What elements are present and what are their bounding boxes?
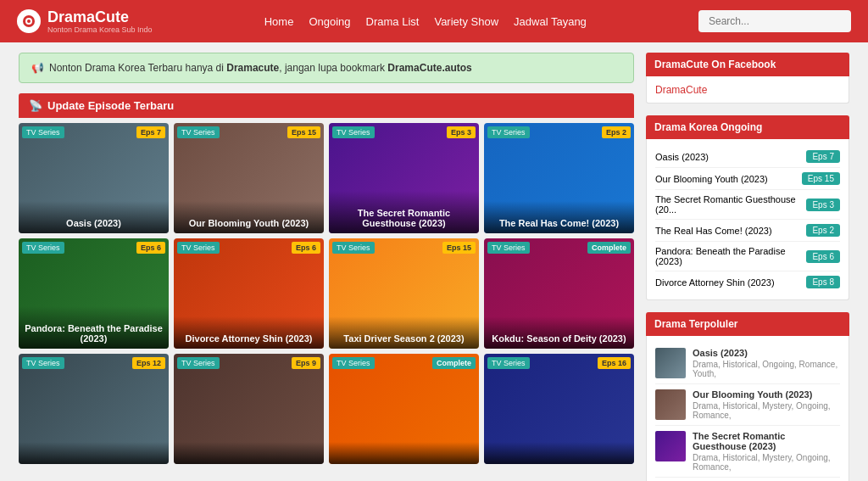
- nav-variety-show[interactable]: Variety Show: [434, 15, 498, 28]
- popular-section-header: Drama Terpoluler: [646, 312, 849, 336]
- logo[interactable]: DramaCute Nonton Drama Korea Sub Indo: [17, 8, 153, 34]
- facebook-section-body: DramaCute: [646, 76, 849, 103]
- drama-card-6[interactable]: TV Series Eps 6 Divorce Attorney Shin (2…: [174, 238, 324, 349]
- main-nav: Home Ongoing Drama List Variety Show Jad…: [264, 15, 587, 28]
- drama-card-5[interactable]: TV Series Eps 6 Pandora: Beneath the Par…: [19, 238, 169, 349]
- badge-tvseries-10: TV Series: [177, 357, 220, 369]
- badge-tvseries-9: TV Series: [22, 357, 64, 369]
- popular-thumb-3: [655, 431, 686, 461]
- content-right: DramaCute On Facebook DramaCute Drama Ko…: [646, 53, 849, 481]
- badge-eps-4: Eps 2: [602, 126, 631, 138]
- popular-title-1: Oasis (2023): [693, 348, 840, 358]
- drama-card-3[interactable]: TV Series Eps 3 The Secret Romantic Gues…: [329, 123, 479, 233]
- drama-card-1[interactable]: TV Series Eps 7 Oasis (2023): [19, 123, 169, 233]
- ongoing-list: Oasis (2023) Eps 7 Our Blooming Youth (2…: [655, 146, 840, 293]
- card-title-8: Kokdu: Season of Deity (2023): [492, 333, 626, 344]
- facebook-link[interactable]: DramaCute: [655, 84, 707, 96]
- ongoing-item-6[interactable]: Divorce Attorney Shin (2023) Eps 8: [655, 271, 840, 293]
- card-overlay-4: The Real Has Come! (2023): [484, 201, 634, 233]
- ongoing-item-5[interactable]: Pandora: Beneath the Paradise (2023) Eps…: [655, 242, 840, 271]
- ongoing-item-2[interactable]: Our Blooming Youth (2023) Eps 15: [655, 168, 840, 190]
- drama-card-4[interactable]: TV Series Eps 2 The Real Has Come! (2023…: [484, 123, 634, 233]
- logo-text: DramaCute: [47, 8, 129, 25]
- card-title-3: The Secret Romantic Guesthouse (2023): [358, 208, 450, 228]
- nav-ongoing[interactable]: Ongoing: [309, 15, 350, 28]
- ongoing-title-1: Oasis (2023): [655, 152, 709, 162]
- popular-item-2[interactable]: Our Blooming Youth (2023) Drama, Histori…: [655, 384, 840, 426]
- brand-dramacute: Dramacute: [226, 62, 279, 74]
- nav-drama-list[interactable]: Drama List: [366, 15, 420, 28]
- badge-eps-12: Eps 16: [598, 357, 631, 369]
- popular-title-2: Our Blooming Youth (2023): [693, 389, 840, 400]
- card-title-5: Pandora: Beneath the Paradise (2023): [25, 323, 163, 344]
- badge-eps-5: Eps 6: [136, 242, 165, 254]
- ongoing-section-body: Oasis (2023) Eps 7 Our Blooming Youth (2…: [646, 139, 849, 300]
- card-title-6: Divorce Attorney Shin (2023): [186, 333, 313, 344]
- popular-item-3[interactable]: The Secret Romantic Guesthouse (2023) Dr…: [655, 426, 840, 478]
- badge-eps-10: Eps 9: [292, 357, 320, 369]
- nav-home[interactable]: Home: [264, 15, 294, 28]
- card-overlay-11: [329, 442, 479, 464]
- card-overlay-3: The Secret Romantic Guesthouse (2023): [329, 191, 479, 233]
- drama-card-11[interactable]: TV Series Complete: [329, 354, 479, 464]
- main-container: 📢 Nonton Drama Korea Terbaru hanya di Dr…: [10, 42, 858, 481]
- facebook-section-header: DramaCute On Facebook: [646, 53, 849, 76]
- ongoing-section-header: Drama Korea Ongoing: [646, 115, 849, 139]
- badge-tvseries-12: TV Series: [487, 357, 530, 369]
- card-overlay-6: Divorce Attorney Shin (2023): [174, 316, 324, 349]
- drama-card-10[interactable]: TV Series Eps 9: [174, 354, 324, 464]
- popular-item-4[interactable]: The Real Has Come! (2023) Drama, Ongoing…: [655, 478, 840, 481]
- popular-title-3: The Secret Romantic Guesthouse (2023): [693, 431, 840, 451]
- popular-section: Drama Terpoluler Oasis (2023) Drama, His…: [646, 312, 849, 481]
- search-input[interactable]: [698, 10, 851, 32]
- popular-genres-3: Drama, Historical, Mystery, Ongoing, Rom…: [693, 453, 840, 472]
- badge-eps-7: Eps 15: [442, 242, 476, 254]
- ongoing-eps-2: Eps 15: [802, 172, 840, 185]
- ongoing-eps-4: Eps 2: [806, 224, 840, 237]
- popular-item-1[interactable]: Oasis (2023) Drama, Historical, Ongoing,…: [655, 343, 840, 384]
- ongoing-item-4[interactable]: The Real Has Come! (2023) Eps 2: [655, 220, 840, 242]
- badge-complete-11: Complete: [432, 357, 476, 369]
- card-title-2: Our Blooming Youth (2023): [189, 218, 309, 228]
- badge-complete-8: Complete: [587, 242, 631, 254]
- badge-eps-6: Eps 6: [292, 242, 320, 254]
- badge-tvseries-7: TV Series: [332, 242, 375, 254]
- nav-jadwal-tayang[interactable]: Jadwal Tayang: [514, 15, 587, 28]
- badge-tvseries-1: TV Series: [22, 126, 64, 138]
- card-overlay-12: [484, 442, 634, 464]
- ongoing-item-1[interactable]: Oasis (2023) Eps 7: [655, 146, 840, 168]
- drama-card-8[interactable]: TV Series Complete Kokdu: Season of Deit…: [484, 238, 634, 349]
- ongoing-item-3[interactable]: The Secret Romantic Guesthouse (20... Ep…: [655, 190, 840, 220]
- badge-tvseries-5: TV Series: [22, 242, 64, 254]
- popular-info-2: Our Blooming Youth (2023) Drama, Histori…: [693, 389, 840, 420]
- popular-thumb-2: [655, 389, 686, 420]
- card-title-4: The Real Has Come! (2023): [499, 218, 619, 228]
- ongoing-title-5: Pandora: Beneath the Paradise (2023): [655, 246, 806, 266]
- popular-info-3: The Secret Romantic Guesthouse (2023) Dr…: [693, 431, 840, 472]
- rss-icon: 📡: [29, 99, 42, 112]
- popular-genres-2: Drama, Historical, Mystery, Ongoing, Rom…: [693, 401, 840, 420]
- ongoing-section: Drama Korea Ongoing Oasis (2023) Eps 7 O…: [646, 115, 849, 300]
- brand-url: DramaCute.autos: [387, 62, 471, 74]
- card-overlay-10: [174, 442, 324, 464]
- drama-card-2[interactable]: TV Series Eps 15 Our Blooming Youth (202…: [174, 123, 324, 233]
- drama-card-9[interactable]: TV Series Eps 12: [19, 354, 169, 464]
- card-overlay-2: Our Blooming Youth (2023): [174, 201, 324, 233]
- ongoing-title-3: The Secret Romantic Guesthouse (20...: [655, 194, 806, 215]
- ongoing-title-4: The Real Has Come! (2023): [655, 226, 772, 236]
- update-section-header: 📡 Update Episode Terbaru: [19, 93, 634, 118]
- update-section-title: Update Episode Terbaru: [47, 99, 174, 112]
- drama-card-12[interactable]: TV Series Eps 16: [484, 354, 634, 464]
- ongoing-eps-1: Eps 7: [806, 150, 840, 163]
- popular-list: Oasis (2023) Drama, Historical, Ongoing,…: [655, 343, 840, 481]
- announcement-icon: 📢: [31, 62, 44, 74]
- card-title-7: Taxi Driver Season 2 (2023): [343, 333, 464, 344]
- popular-info-1: Oasis (2023) Drama, Historical, Ongoing,…: [693, 348, 840, 378]
- drama-card-7[interactable]: TV Series Eps 15 Taxi Driver Season 2 (2…: [329, 238, 479, 349]
- popular-thumb-1: [655, 348, 686, 378]
- popular-section-body: Oasis (2023) Drama, Historical, Ongoing,…: [646, 336, 849, 481]
- ongoing-title-6: Divorce Attorney Shin (2023): [655, 277, 775, 288]
- search-container: [698, 10, 851, 32]
- card-overlay-9: [19, 442, 169, 464]
- popular-genres-1: Drama, Historical, Ongoing, Romance, You…: [693, 360, 840, 378]
